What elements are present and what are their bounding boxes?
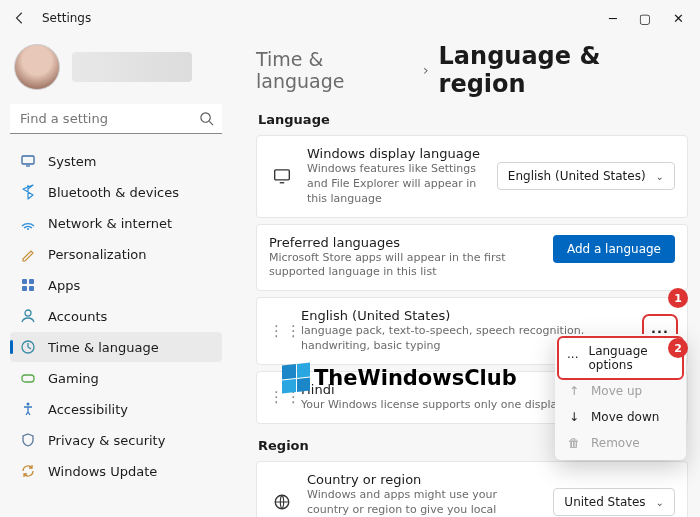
sidebar: System Bluetooth & devices Network & int…: [0, 36, 232, 517]
menu-label: Remove: [591, 436, 640, 450]
sidebar-item-privacy[interactable]: Privacy & security: [10, 425, 222, 455]
svg-point-0: [201, 113, 210, 122]
maximize-button[interactable]: ▢: [639, 12, 651, 25]
sidebar-item-label: Personalization: [48, 247, 147, 262]
menu-language-options[interactable]: ··· Language options: [559, 338, 682, 378]
sidebar-item-label: System: [48, 154, 96, 169]
nav-list: System Bluetooth & devices Network & int…: [10, 146, 222, 486]
minimize-button[interactable]: ─: [609, 12, 617, 25]
search-icon: [199, 111, 214, 126]
time-language-icon: [20, 339, 36, 355]
sidebar-item-accessibility[interactable]: Accessibility: [10, 394, 222, 424]
window-controls: ─ ▢ ✕: [609, 12, 690, 25]
sidebar-item-time-language[interactable]: Time & language: [10, 332, 222, 362]
network-icon: [20, 215, 36, 231]
annotation-badge-1: 1: [668, 288, 688, 308]
main-panel: Time & language › Language & region Lang…: [232, 36, 700, 517]
sidebar-item-network[interactable]: Network & internet: [10, 208, 222, 238]
card-subtitle: Windows and apps might use your country …: [307, 488, 541, 517]
card-title: Windows display language: [307, 146, 485, 161]
svg-rect-1: [22, 156, 34, 164]
card-title: Preferred languages: [269, 235, 541, 250]
dropdown-value: English (United States): [508, 169, 646, 183]
language-context-menu: ··· Language options ↑ Move up ↓ Move do…: [555, 334, 686, 460]
gaming-icon: [20, 370, 36, 386]
windows-update-icon: [20, 463, 36, 479]
add-language-button[interactable]: Add a language: [553, 235, 675, 263]
chevron-down-icon: ⌄: [656, 171, 664, 182]
app-title: Settings: [42, 11, 91, 25]
country-dropdown[interactable]: United States ⌄: [553, 488, 675, 516]
close-button[interactable]: ✕: [673, 12, 684, 25]
account-name-placeholder: [72, 52, 192, 82]
svg-rect-9: [22, 375, 34, 382]
svg-point-7: [25, 310, 31, 316]
accessibility-icon: [20, 401, 36, 417]
card-subtitle: Windows features like Settings and File …: [307, 162, 485, 207]
bluetooth-icon: [20, 184, 36, 200]
personalization-icon: [20, 246, 36, 262]
back-button[interactable]: [10, 8, 30, 28]
apps-icon: [20, 277, 36, 293]
avatar: [14, 44, 60, 90]
display-language-dropdown[interactable]: English (United States) ⌄: [497, 162, 675, 190]
card-country-region: Country or region Windows and apps might…: [256, 461, 688, 517]
svg-point-2: [27, 228, 29, 230]
drag-handle-icon[interactable]: ⋮⋮: [269, 393, 289, 401]
chevron-right-icon: ›: [423, 62, 429, 78]
sidebar-item-label: Accessibility: [48, 402, 128, 417]
menu-remove: 🗑 Remove: [559, 430, 682, 456]
sidebar-item-apps[interactable]: Apps: [10, 270, 222, 300]
system-icon: [20, 153, 36, 169]
chevron-down-icon: ⌄: [656, 497, 664, 508]
sidebar-item-label: Apps: [48, 278, 80, 293]
sidebar-item-personalization[interactable]: Personalization: [10, 239, 222, 269]
sidebar-item-label: Accounts: [48, 309, 107, 324]
sidebar-item-label: Privacy & security: [48, 433, 165, 448]
dropdown-value: United States: [564, 495, 645, 509]
breadcrumb: Time & language › Language & region: [256, 42, 688, 98]
sidebar-item-bluetooth[interactable]: Bluetooth & devices: [10, 177, 222, 207]
svg-rect-11: [275, 170, 290, 180]
svg-rect-5: [22, 286, 27, 291]
card-title: Country or region: [307, 472, 541, 487]
sidebar-item-windows-update[interactable]: Windows Update: [10, 456, 222, 486]
svg-point-10: [27, 403, 30, 406]
page-title: Language & region: [439, 42, 688, 98]
search-input[interactable]: [10, 104, 222, 134]
card-preferred-languages: Preferred languages Microsoft Store apps…: [256, 224, 688, 292]
drag-handle-icon[interactable]: ⋮⋮: [269, 327, 289, 335]
menu-label: Language options: [588, 344, 674, 372]
sidebar-item-label: Network & internet: [48, 216, 172, 231]
menu-label: Move down: [591, 410, 659, 424]
monitor-icon: [269, 167, 295, 185]
breadcrumb-parent[interactable]: Time & language: [256, 48, 413, 92]
sidebar-item-label: Bluetooth & devices: [48, 185, 179, 200]
menu-move-up: ↑ Move up: [559, 378, 682, 404]
svg-rect-3: [22, 279, 27, 284]
account-block[interactable]: [10, 40, 222, 104]
sidebar-item-label: Windows Update: [48, 464, 157, 479]
more-icon: ···: [567, 351, 578, 365]
sidebar-item-accounts[interactable]: Accounts: [10, 301, 222, 331]
sidebar-item-label: Time & language: [48, 340, 159, 355]
arrow-down-icon: ↓: [567, 410, 581, 424]
privacy-icon: [20, 432, 36, 448]
search: [10, 104, 222, 134]
arrow-up-icon: ↑: [567, 384, 581, 398]
card-title: English (United States): [301, 308, 633, 323]
content: System Bluetooth & devices Network & int…: [0, 36, 700, 517]
globe-icon: [269, 493, 295, 511]
titlebar: Settings ─ ▢ ✕: [0, 0, 700, 36]
trash-icon: 🗑: [567, 436, 581, 450]
card-subtitle: Microsoft Store apps will appear in the …: [269, 251, 541, 281]
annotation-badge-2: 2: [668, 338, 688, 358]
sidebar-item-gaming[interactable]: Gaming: [10, 363, 222, 393]
accounts-icon: [20, 308, 36, 324]
svg-rect-6: [29, 286, 34, 291]
svg-rect-4: [29, 279, 34, 284]
sidebar-item-system[interactable]: System: [10, 146, 222, 176]
card-display-language: Windows display language Windows feature…: [256, 135, 688, 218]
menu-move-down[interactable]: ↓ Move down: [559, 404, 682, 430]
section-label-language: Language: [258, 112, 688, 127]
